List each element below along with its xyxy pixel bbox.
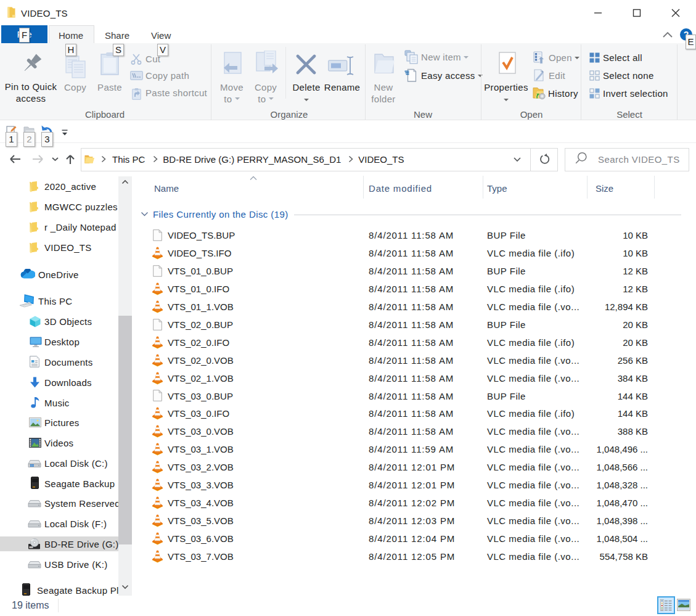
svg-text:DVD: DVD <box>30 546 33 549</box>
